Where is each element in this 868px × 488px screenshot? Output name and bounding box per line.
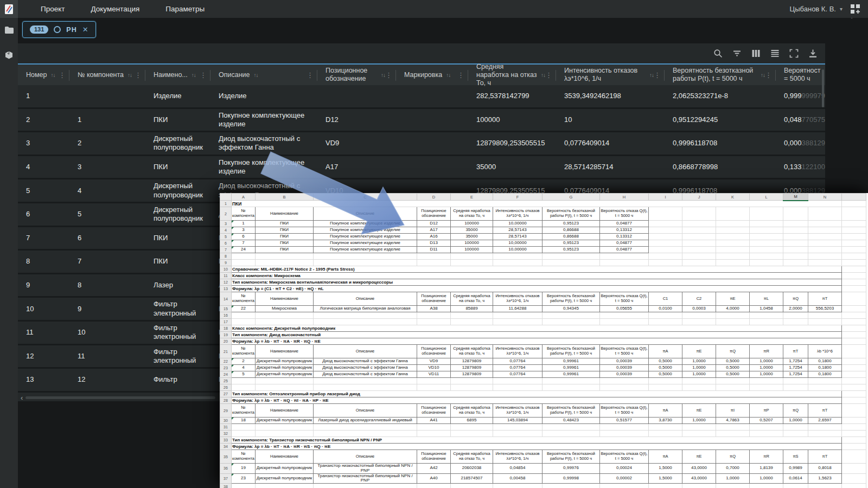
sort-icon[interactable]: ↑↓	[50, 72, 55, 78]
cell: 11	[69, 345, 145, 368]
sheet-cell	[417, 424, 451, 431]
sort-icon[interactable]: ↑↓	[649, 72, 654, 78]
column-header[interactable]: Номер↑↓⋮	[18, 65, 69, 85]
sheet-cell	[682, 221, 716, 227]
sheet-column-header: E	[451, 194, 493, 201]
sheet-cell	[808, 227, 842, 234]
tab-document[interactable]: 131 PH ✕	[22, 21, 96, 38]
sheet-cell: 1,0000	[682, 365, 716, 371]
sort-icon[interactable]: ↑↓	[127, 72, 132, 78]
sheet-cell: 0,99998	[542, 473, 600, 484]
close-icon[interactable]: ✕	[82, 26, 88, 33]
column-menu-icon[interactable]: ⋮	[457, 71, 464, 79]
sheet-cell: Дискретный полупроводник	[256, 371, 314, 378]
column-header[interactable]: № компонента↑↓⋮	[69, 65, 145, 85]
menu-documentation[interactable]: Документация	[78, 0, 152, 18]
columns-icon[interactable]	[751, 49, 761, 59]
table-row[interactable]: 1ИзделиеИзделие282,53781427993539,349246…	[18, 85, 825, 109]
cell	[396, 156, 468, 178]
package-icon[interactable]	[4, 50, 14, 60]
sheet-cell	[808, 221, 842, 227]
sort-icon[interactable]: ↑↓	[541, 72, 545, 78]
column-menu-icon[interactable]: ⋮	[200, 71, 207, 79]
fullscreen-icon[interactable]	[789, 49, 799, 59]
column-menu-icon[interactable]: ⋮	[385, 71, 392, 79]
column-header[interactable]: Интенсивность отказов λэ*10^6, 1/ч↑↓⋮	[556, 65, 665, 85]
sheet-cell	[842, 431, 866, 437]
column-header[interactable]: Вероятность безотказной работы P(t), t =…	[665, 65, 776, 85]
column-header[interactable]: Описание↑↓⋮	[210, 65, 317, 85]
sort-icon[interactable]: ↑↓	[446, 72, 450, 78]
sheet-cell	[451, 319, 493, 325]
sheet-cell: 24	[232, 247, 256, 253]
app-logo[interactable]	[0, 0, 18, 18]
folder-icon[interactable]	[4, 26, 14, 34]
sheet-cell	[232, 424, 256, 431]
sheet-cell	[842, 424, 866, 431]
app-window: Проект Документация Параметры Цыбанов К.…	[0, 0, 868, 488]
column-menu-icon[interactable]: ⋮	[135, 71, 142, 79]
column-menu-icon[interactable]: ⋮	[59, 71, 66, 79]
sheet-cell: 43,0000	[682, 473, 716, 484]
sheet-cell: 1,5623	[808, 473, 842, 484]
sheet-cell: 1,0000	[750, 473, 783, 484]
sheet-cell	[232, 312, 256, 319]
sheet-row: 31ПКИПокупное комплектующее изделиеD1210…	[220, 221, 866, 227]
sheet-cell	[682, 227, 716, 234]
sheet-cell	[808, 484, 842, 488]
column-menu-icon[interactable]: ⋮	[765, 71, 772, 79]
scroll-left-icon[interactable]: ‹	[18, 394, 25, 401]
sheet-cell: Тип компонента: Транзистор низкочастотны…	[232, 437, 842, 444]
sheet-cell: 0,5207	[750, 418, 783, 424]
sheet-cell: 43,0000	[682, 464, 716, 474]
column-menu-icon[interactable]: ⋮	[654, 71, 661, 79]
sort-icon[interactable]: ↑↓	[381, 72, 385, 78]
sheet-cell	[682, 384, 716, 391]
column-header[interactable]: Вероятност = 5000 ч	[776, 65, 825, 85]
table-row[interactable]: 32Дискретный полупроводникДиод высокочас…	[18, 132, 825, 156]
column-menu-icon[interactable]: ⋮	[307, 71, 314, 79]
sheet-cell: 218574507	[451, 473, 493, 484]
sheet-cell	[783, 253, 808, 260]
vertical-scrollbar[interactable]	[822, 69, 824, 107]
column-header[interactable]: Маркировка↑↓⋮	[396, 65, 468, 85]
sheet-cell	[750, 253, 783, 260]
sheet-cell	[682, 207, 716, 221]
sheet-cell: D12	[417, 221, 451, 227]
search-icon[interactable]	[713, 49, 723, 59]
sheet-cell: 0,04854	[493, 464, 542, 474]
cell: 7	[18, 227, 69, 249]
filter-icon[interactable]	[732, 49, 742, 59]
sheet-cell: Позиционное обозначение	[417, 404, 451, 418]
cell: 100000	[468, 109, 556, 131]
sheet-cell: 0,05655	[600, 306, 649, 312]
table-toolbar	[18, 43, 825, 63]
sheet-cell: πT	[808, 292, 842, 306]
download-icon[interactable]	[808, 49, 818, 59]
column-header[interactable]: Наимено...↑↓⋮	[145, 65, 210, 85]
user-menu[interactable]: Цыбанов К. В. ▾	[790, 5, 843, 13]
column-header[interactable]: Средняя наработка на отказ То, ч↑↓⋮	[468, 65, 556, 85]
menu-parameters[interactable]: Параметры	[152, 0, 218, 18]
sheet-cell	[600, 484, 649, 488]
column-header[interactable]: Позиционное обозначение↑↓⋮	[317, 65, 396, 85]
spreadsheet: ABCDEFGHIJKLMN1ПКИ2№ компонентаНаименова…	[220, 193, 866, 488]
sheet-cell: Позиционное обозначение	[417, 345, 451, 358]
tab-label: PH	[66, 26, 76, 34]
sheet-cell	[750, 424, 783, 431]
rows-icon[interactable]	[770, 49, 780, 59]
sort-icon[interactable]: ↑↓	[254, 72, 258, 78]
sheet-cell: 1,0000	[783, 418, 808, 424]
sort-icon[interactable]: ↑↓	[761, 72, 765, 78]
sort-icon[interactable]: ↑↓	[192, 72, 196, 78]
apps-grid-button[interactable]	[850, 4, 860, 14]
table-row[interactable]: 43ПКИПокупное комплектующее изделиеA1735…	[18, 156, 825, 180]
sheet-column-header: J	[682, 194, 716, 201]
sheet-cell	[716, 384, 750, 391]
menu-project[interactable]: Проект	[28, 0, 78, 18]
sheet-cell	[842, 404, 866, 418]
table-row[interactable]: 21ПКИПокупное комплектующее изделиеD1210…	[18, 109, 825, 133]
scrollbar-thumb[interactable]	[25, 396, 215, 399]
column-menu-icon[interactable]: ⋮	[545, 71, 552, 79]
sheet-cell	[682, 431, 716, 437]
